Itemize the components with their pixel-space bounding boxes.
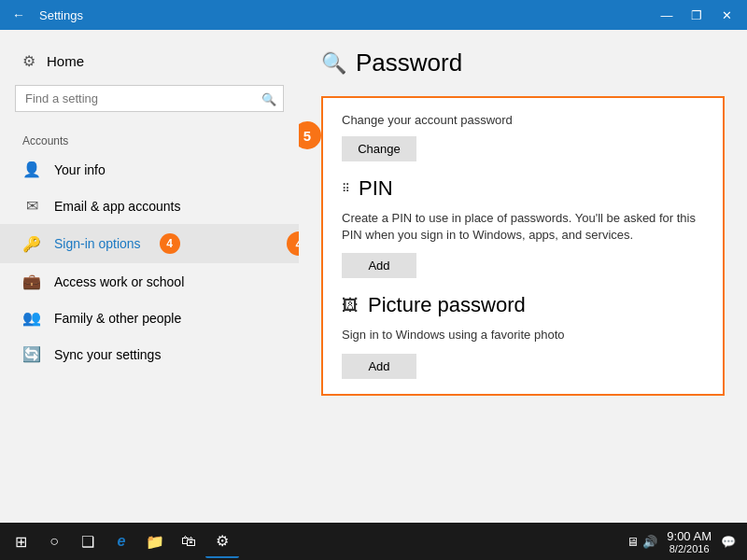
start-icon: ⊞ — [15, 533, 27, 551]
store-icon: 🛍 — [181, 533, 196, 550]
taskbar: ⊞ ○ ❑ e 📁 🛍 ⚙ 🖥 🔊 9:00 AM 8/2/2016 💬 — [0, 523, 747, 560]
step5-badge: 5 — [299, 121, 321, 149]
right-panel: 🔍 Password 5 Change your account passwor… — [299, 30, 747, 523]
picture-password-section: 🖼 Picture password Sign in to Windows us… — [342, 293, 704, 378]
search-icon: 🔍 — [261, 91, 276, 105]
pin-heading: ⠿ PIN — [342, 176, 704, 201]
sidebar-item-sign-in-label: Sign-in options — [54, 236, 141, 251]
pin-heading-text: PIN — [359, 176, 393, 201]
titlebar-title: Settings — [39, 8, 654, 22]
content-area: 5 Change your account password Change ⠿ … — [321, 96, 725, 396]
sidebar-item-sync-label: Sync your settings — [54, 347, 161, 362]
sidebar-item-access-work-label: Access work or school — [54, 274, 184, 289]
taskview-icon: ❑ — [81, 533, 94, 551]
sidebar-home[interactable]: ⚙ Home — [0, 45, 299, 77]
pin-icon: ⠿ — [342, 182, 349, 195]
step4-badge: 4 — [287, 231, 299, 256]
minimize-button[interactable]: — — [654, 2, 680, 28]
sidebar-item-sync[interactable]: 🔄 Sync your settings — [0, 336, 299, 372]
home-icon: ⚙ — [22, 52, 35, 70]
sidebar-item-family[interactable]: 👥 Family & other people — [0, 300, 299, 336]
change-password-section: Change your account password Change — [342, 113, 704, 161]
titlebar: ← Settings — ❐ ✕ — [0, 0, 747, 30]
picture-password-description: Sign in to Windows using a favorite phot… — [342, 327, 704, 343]
main-content: ⚙ Home 🔍 Accounts 👤 Your info ✉ Email & … — [0, 30, 747, 523]
pin-description: Create a PIN to use in place of password… — [342, 210, 704, 244]
edge-button[interactable]: e — [105, 525, 138, 558]
picture-password-heading-text: Picture password — [368, 293, 526, 317]
clock-date: 8/2/2016 — [667, 543, 712, 554]
change-password-button[interactable]: Change — [342, 136, 416, 161]
taskbar-tray: 🖥 🔊 9:00 AM 8/2/2016 💬 — [627, 529, 743, 554]
settings-button[interactable]: ⚙ — [205, 525, 239, 558]
picture-password-heading: 🖼 Picture password — [342, 293, 704, 317]
your-info-icon: 👤 — [22, 161, 41, 178]
sidebar-item-your-info[interactable]: 👤 Your info — [0, 151, 299, 188]
family-icon: 👥 — [22, 309, 41, 327]
page-title: Password — [356, 49, 462, 77]
search-button[interactable]: ○ — [37, 525, 71, 558]
window-controls: — ❐ ✕ — [654, 2, 740, 28]
sidebar-item-sign-in[interactable]: 🔑 Sign-in options 4 4 — [0, 224, 299, 263]
taskview-button[interactable]: ❑ — [71, 525, 105, 558]
sync-icon: 🔄 — [22, 345, 41, 363]
pin-add-button[interactable]: Add — [342, 253, 416, 278]
clock-time: 9:00 AM — [667, 529, 712, 543]
store-button[interactable]: 🛍 — [172, 525, 205, 558]
settings-taskbar-icon: ⚙ — [216, 532, 229, 550]
access-work-icon: 💼 — [22, 273, 41, 290]
search-taskbar-icon: ○ — [49, 533, 59, 550]
start-button[interactable]: ⊞ — [4, 525, 37, 558]
explorer-icon: 📁 — [146, 533, 164, 551]
pin-section: ⠿ PIN Create a PIN to use in place of pa… — [342, 176, 704, 278]
picture-password-icon: 🖼 — [342, 296, 359, 315]
sidebar-item-family-label: Family & other people — [54, 311, 181, 326]
sign-in-badge: 4 — [160, 233, 180, 254]
taskbar-clock[interactable]: 9:00 AM 8/2/2016 — [661, 529, 717, 554]
change-password-label: Change your account password — [342, 113, 704, 127]
edge-icon: e — [118, 533, 126, 550]
volume-icon: 🔊 — [642, 535, 657, 549]
close-button[interactable]: ✕ — [713, 2, 740, 28]
sidebar-item-email-label: Email & app accounts — [54, 199, 180, 214]
email-icon: ✉ — [22, 197, 41, 215]
network-icon: 🖥 — [627, 535, 639, 549]
sidebar: ⚙ Home 🔍 Accounts 👤 Your info ✉ Email & … — [0, 30, 299, 523]
panel-title: 🔍 Password — [321, 49, 725, 77]
sidebar-item-your-info-label: Your info — [54, 162, 106, 177]
search-input[interactable] — [15, 85, 284, 112]
maximize-button[interactable]: ❐ — [684, 2, 710, 28]
notification-icon[interactable]: 💬 — [721, 535, 736, 549]
explorer-button[interactable]: 📁 — [138, 525, 172, 558]
sidebar-item-access-work[interactable]: 💼 Access work or school — [0, 263, 299, 300]
password-icon: 🔍 — [321, 51, 346, 76]
sidebar-item-email[interactable]: ✉ Email & app accounts — [0, 188, 299, 224]
sign-in-icon: 🔑 — [22, 235, 41, 253]
back-button[interactable]: ← — [7, 4, 30, 26]
sidebar-section-label: Accounts — [0, 127, 299, 151]
sidebar-search-container: 🔍 — [15, 85, 284, 112]
picture-password-add-button[interactable]: Add — [342, 354, 416, 379]
home-label: Home — [47, 53, 84, 69]
